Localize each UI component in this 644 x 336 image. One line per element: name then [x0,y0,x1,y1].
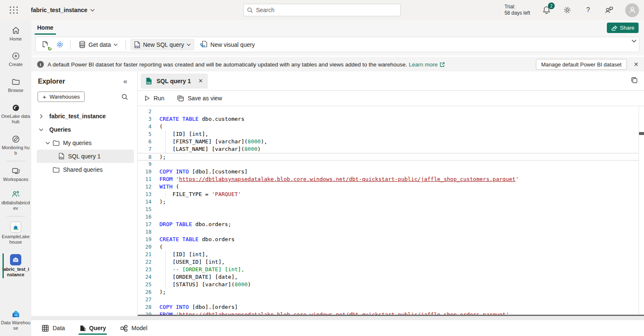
search-input[interactable] [256,7,397,13]
get-data-button[interactable]: Get data [75,39,121,51]
learn-more-link[interactable]: Learn more [409,61,445,68]
nav-data-warehouse[interactable]: Data Warehouse [0,306,31,333]
save-as-view-button[interactable]: Save as view [177,95,222,102]
code-line[interactable]: 15 [138,206,639,213]
code-text: ( [152,243,639,251]
nav-workspaces[interactable]: Workspaces [0,164,31,185]
code-line[interactable]: 8); [138,153,639,160]
tab-query[interactable]: Query [79,320,106,336]
tree-item-warehouse-root[interactable]: fabric_test_instance [31,109,137,123]
code-line[interactable]: 4( [138,123,639,130]
tab-close-icon[interactable]: ✕ [198,78,203,84]
settings-button[interactable] [563,5,572,15]
nav-item-lakehouse[interactable]: ExampleLakehouse [0,219,31,247]
nav-workspace-dbt[interactable]: dbtlabsfabricdev [0,187,31,214]
code-line[interactable]: 11FROM 'https://dbtlabsynapsedatalake.bl… [138,176,639,183]
workspace-switcher[interactable]: fabric_test_instance [31,7,95,13]
tree-item-my-queries[interactable]: My queries [31,136,137,150]
code-line[interactable]: 6 [FIRST_NAME] [varchar](8000), [138,138,639,145]
copy-icon[interactable] [631,76,638,84]
line-number: 6 [138,138,152,145]
tree-item-queries[interactable]: Queries [31,123,137,136]
code-line[interactable]: 24 [ORDER_DATE] [date], [138,273,639,281]
run-button[interactable]: Run [145,95,164,102]
code-line[interactable]: 3CREATE TABLE dbo.customers [138,115,639,123]
folder-icon [11,77,20,87]
line-number: 15 [138,206,152,213]
share-button[interactable]: Share [607,23,639,33]
tab-data[interactable]: Data [42,320,65,336]
scrollbar-thumb[interactable] [639,132,644,135]
nav-home-label: Home [10,36,22,42]
code-line[interactable]: 5 [ID] [int], [138,130,639,138]
top-header-bar: fabric_test_instance Trial: 58 days left… [0,0,644,20]
nav-browse[interactable]: Browse [0,75,31,96]
chevron-down-icon [45,142,50,145]
code-line[interactable]: 17DROP TABLE dbo.orders; [138,221,639,228]
app-launcher-icon[interactable] [9,5,18,15]
code-line[interactable]: 2 [138,108,639,115]
sql-code-editor[interactable]: 23CREATE TABLE dbo.customers4(5 [ID] [in… [138,106,644,316]
code-line[interactable]: 19CREATE TABLE dbo.orders [138,236,639,243]
code-line[interactable]: 23 -- [ORDER_DATE] [int], [138,266,639,273]
ribbon-collapse-button[interactable] [631,39,636,43]
global-search[interactable] [243,4,401,16]
indent-guide [165,273,166,281]
code-line[interactable]: 13 FILE_TYPE = 'PARQUET' [138,191,639,198]
code-line[interactable]: 25 [STATUS] [varchar](8000) [138,281,639,288]
code-line[interactable]: 21 [ID] [int], [138,251,639,258]
add-warehouses-button[interactable]: + Warehouses [38,92,85,102]
nav-create-label: Create [9,62,23,67]
code-line[interactable]: 22 [USER_ID] [int], [138,258,639,266]
new-sql-query-button[interactable]: SQL New SQL query [130,39,194,51]
nav-create[interactable]: Create [0,49,31,70]
tab-home[interactable]: Home [35,24,56,35]
nav-onelake-hub[interactable]: OneLake data hub [0,101,31,127]
code-text: ); [152,153,639,160]
collapse-panel-icon[interactable]: « [124,77,127,86]
banner-close-icon[interactable]: ✕ [632,61,640,68]
explorer-search-icon[interactable] [121,94,128,100]
code-line[interactable]: 14); [138,198,639,206]
code-line[interactable]: 10COPY INTO [dbo].[customers] [138,168,639,176]
code-line[interactable]: 28COPY INTO [dbo].[orders] [138,303,639,311]
model-icon [120,325,128,332]
code-line[interactable]: 20( [138,243,639,251]
tree-item-shared-queries[interactable]: Shared queries [31,163,137,176]
line-number: 3 [138,115,152,123]
tab-data-label: Data [53,325,65,331]
code-line[interactable]: 29FROM 'https://dbtlabsynapsedatalake.bl… [138,311,639,316]
nav-item-instance-label: fabric_test_instance [1,267,30,277]
save-as-view-label: Save as view [188,95,222,102]
code-text: ); [152,288,639,296]
feedback-button[interactable] [604,5,614,15]
notifications-button[interactable]: 2 [542,5,551,15]
code-line[interactable]: 26); [138,288,639,296]
editor-scrollbar[interactable] [639,106,644,315]
monitoring-icon [11,135,20,144]
refresh-button[interactable]: ↻ [39,39,52,51]
tree-item-sql-query-1[interactable]: SQL SQL query 1 [37,150,134,163]
plus-circle-icon [11,51,20,61]
code-line[interactable]: 16 [138,213,639,221]
code-line[interactable]: 9 [138,160,639,168]
new-visual-query-button[interactable]: New visual query [196,39,259,51]
code-line[interactable]: 12WITH ( [138,183,639,191]
code-text: CREATE TABLE dbo.orders [152,236,639,243]
account-avatar[interactable] [625,3,639,17]
code-line[interactable]: 18 [138,228,639,236]
code-text: FILE_TYPE = 'PARQUET' [152,191,639,198]
code-line[interactable]: 27 [138,296,639,303]
ribbon-settings-button[interactable] [53,39,66,51]
nav-monitoring-hub[interactable]: Monitoring hub [0,132,31,158]
nav-item-instance[interactable]: fabric_test_instance [0,252,31,280]
manage-dataset-button[interactable]: Manage default Power BI dataset [536,59,627,70]
tab-model[interactable]: Model [120,320,147,336]
bottom-strip [31,316,644,320]
share-label: Share [620,25,634,31]
nav-home[interactable]: Home [0,23,31,44]
tab-sql-query-1[interactable]: SQL SQL query 1 ✕ [141,74,208,89]
code-line[interactable]: 7 [LAST_NAME] [varchar](8000) [138,145,639,153]
chevron-down-icon [38,128,43,131]
help-button[interactable]: ? [583,5,593,15]
